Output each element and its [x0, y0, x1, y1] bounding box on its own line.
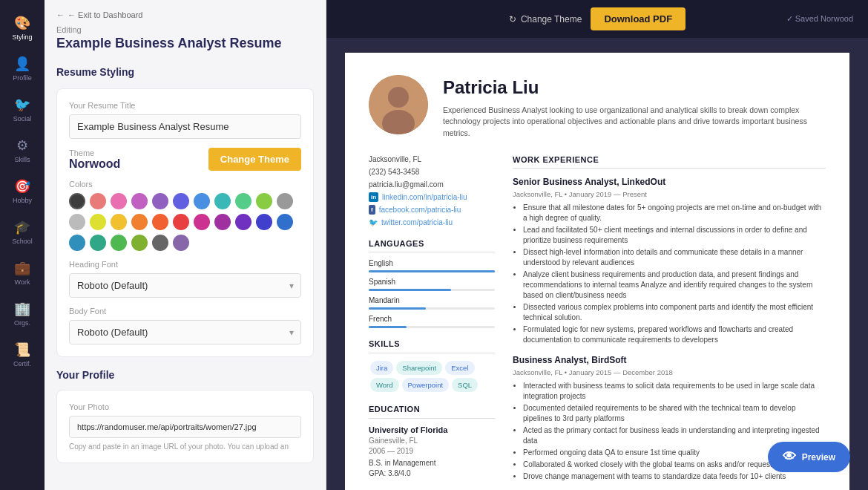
color-swatch-22[interactable]: [69, 235, 85, 251]
color-swatch-1[interactable]: [90, 193, 106, 209]
job-bullet: Analyze client business requirements and…: [523, 270, 826, 301]
language-bar: [369, 289, 451, 291]
color-swatch-21[interactable]: [277, 214, 293, 230]
color-swatch-13[interactable]: [111, 214, 127, 230]
color-swatch-9[interactable]: [256, 193, 272, 209]
download-pdf-button[interactable]: Download PDF: [591, 7, 685, 30]
photo-url-input[interactable]: [69, 416, 301, 438]
change-theme-button[interactable]: Change Theme: [208, 148, 301, 171]
color-swatch-17[interactable]: [194, 214, 210, 230]
sidebar-item-work[interactable]: 💼 Work: [3, 254, 42, 292]
skill-tag: Jira: [370, 361, 393, 375]
resume-preview-wrapper: Patricia Liu Experienced Business Analys…: [326, 38, 868, 490]
color-swatch-18[interactable]: [214, 214, 231, 230]
job-bullet: Dissect high-level information into deta…: [523, 247, 826, 268]
color-swatch-12[interactable]: [90, 214, 106, 230]
color-swatch-4[interactable]: [152, 193, 168, 209]
avatar-image: [369, 75, 428, 134]
resume-right-column: WORK EXPERIENCE Senior Business Analyst,…: [513, 154, 826, 490]
editor-header: ← ← Exit to Dashboard Editing Example Bu…: [45, 0, 326, 59]
sidebar-item-social[interactable]: 🐦 Social: [3, 91, 42, 128]
job-title: Business Analyst, BirdSoft: [513, 354, 826, 367]
body-font-select-wrapper: Roboto (Default) Open Sans Lato: [69, 320, 301, 344]
change-theme-topbar-button[interactable]: ↻ Change Theme: [509, 14, 582, 24]
job-bullet: Ensure that all milestone dates for 5+ o…: [523, 203, 826, 223]
sidebar-item-hobby[interactable]: 🎯 Hobby: [3, 172, 42, 210]
facebook-text: facebook.com/patricia-liu: [379, 205, 461, 215]
language-bar: [369, 270, 495, 272]
theme-label: Theme: [69, 148, 120, 157]
education-heading: EDUCATION: [369, 404, 495, 418]
language-bar: [369, 326, 407, 328]
color-swatch-2[interactable]: [111, 193, 127, 209]
exit-arrow-icon: ←: [56, 10, 65, 19]
linkedin-icon: in: [369, 192, 378, 202]
body-font-label: Body Font: [69, 307, 301, 316]
color-swatch-27[interactable]: [173, 235, 189, 251]
editor-content: Resume Styling Your Resume Title Theme N…: [45, 59, 326, 490]
job-bullet: Dissected various complex problems into …: [523, 302, 826, 323]
color-swatch-25[interactable]: [131, 235, 148, 251]
color-swatch-7[interactable]: [214, 193, 231, 209]
resume-header: Patricia Liu Experienced Business Analys…: [369, 75, 826, 140]
skill-tag: SQL: [452, 378, 478, 392]
resume-avatar: [369, 75, 428, 134]
sidebar-item-school[interactable]: 🎓 School: [3, 213, 42, 251]
skill-tag: Sharepoint: [396, 361, 442, 375]
contact-phone: (232) 543-3458: [369, 167, 495, 177]
theme-row: Theme Norwood Change Theme: [69, 148, 301, 171]
color-swatch-19[interactable]: [235, 214, 251, 230]
body-font-select[interactable]: Roboto (Default) Open Sans Lato: [69, 320, 301, 344]
eye-icon: 👁: [783, 449, 796, 465]
color-swatch-5[interactable]: [173, 193, 189, 209]
language-name: English: [369, 258, 495, 269]
languages-heading: LANGUAGES: [369, 238, 495, 252]
preview-button[interactable]: 👁 Preview: [768, 442, 850, 472]
contact-linkedin: in linkedin.com/in/patricia-liu: [369, 192, 495, 203]
job-bullet: Lead and facilitated 50+ client meetings…: [523, 225, 826, 246]
color-swatch-6[interactable]: [194, 193, 210, 209]
exit-label: ← Exit to Dashboard: [68, 10, 143, 19]
work-icon: 💼: [14, 260, 30, 276]
education-list: University of Florida Gainesville, FL 20…: [369, 425, 495, 479]
twitter-text: twitter.com/patricia-liu: [381, 218, 453, 228]
color-swatch-14[interactable]: [131, 214, 148, 230]
editor-panel: ← ← Exit to Dashboard Editing Example Bu…: [45, 0, 326, 490]
exit-link[interactable]: ← ← Exit to Dashboard: [56, 10, 314, 19]
skills-icon: ⚙: [16, 137, 28, 154]
color-swatch-20[interactable]: [256, 214, 272, 230]
twitter-icon: 🐦: [369, 218, 378, 228]
change-theme-topbar-label: Change Theme: [521, 14, 582, 24]
sidebar-item-styling[interactable]: 🎨 Styling: [3, 9, 42, 47]
language-item: Mandarin: [369, 295, 495, 310]
resume-styling-title: Resume Styling: [56, 66, 314, 78]
hobby-icon: 🎯: [14, 178, 30, 195]
resume-title-input[interactable]: [69, 114, 301, 139]
skill-tag: Powerpoint: [402, 378, 450, 392]
main-area: ↻ Change Theme Download PDF ✓ Saved Norw…: [326, 0, 868, 490]
color-swatch-23[interactable]: [90, 235, 106, 251]
contact-email: patricia.liu@gmail.com: [369, 180, 495, 190]
color-swatch-24[interactable]: [111, 235, 127, 251]
theme-block: Theme Norwood: [69, 148, 120, 171]
color-swatch-3[interactable]: [131, 193, 148, 209]
sidebar-item-certif[interactable]: 📜 Certif.: [3, 336, 42, 373]
contact-facebook: f facebook.com/patricia-liu: [369, 205, 495, 215]
color-swatch-11[interactable]: [69, 214, 85, 230]
color-swatch-26[interactable]: [152, 235, 168, 251]
heading-font-select[interactable]: Roboto (Default) Open Sans Lato: [69, 273, 301, 298]
language-name: French: [369, 314, 495, 324]
color-swatch-16[interactable]: [173, 214, 189, 230]
edu-location: Gainesville, FL: [369, 436, 495, 446]
color-swatch-0[interactable]: [69, 193, 85, 209]
edu-degree: B.S. in Management: [369, 458, 495, 468]
facebook-icon: f: [369, 205, 375, 215]
contact-section: Jacksonville, FL (232) 543-3458 patricia…: [369, 154, 495, 228]
sidebar-item-skills[interactable]: ⚙ Skills: [3, 131, 42, 169]
color-swatch-15[interactable]: [152, 214, 168, 230]
work-experience-heading: WORK EXPERIENCE: [513, 154, 826, 169]
sidebar-item-orgs[interactable]: 🏢 Orgs.: [3, 295, 42, 333]
color-swatch-10[interactable]: [277, 193, 293, 209]
color-swatch-8[interactable]: [235, 193, 251, 209]
sidebar-item-profile[interactable]: 👤 Profile: [3, 50, 42, 88]
